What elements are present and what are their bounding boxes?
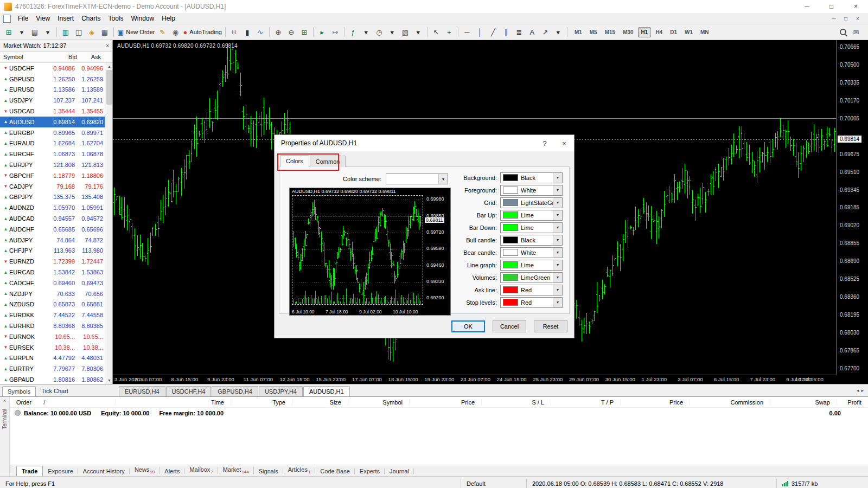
menu-charts[interactable]: Charts: [78, 14, 104, 23]
market-watch-row-eurnzd[interactable]: ▼EURNZD1.723991.72447: [0, 256, 105, 267]
auto-scroll-button[interactable]: ▸: [316, 26, 329, 38]
market-watch-row-audcad[interactable]: ▲AUDCAD0.945570.94572: [0, 213, 105, 224]
terminal-toggle-button[interactable]: ▦: [98, 26, 111, 38]
chart-shift-button[interactable]: ↦: [329, 26, 342, 38]
setting-select-red[interactable]: Red▾: [500, 297, 563, 308]
terminal-tab-exposure[interactable]: Exposure: [43, 466, 78, 476]
horizontal-line-button[interactable]: ─: [461, 26, 474, 38]
periods-dropdown-button[interactable]: ▾: [386, 26, 399, 38]
market-watch-row-eurchf[interactable]: ▲EURCHF1.068731.06878: [0, 149, 105, 159]
market-watch-toggle-button[interactable]: ▥: [59, 26, 72, 38]
indicators-dropdown-button[interactable]: ▾: [360, 26, 373, 38]
text-label-button[interactable]: A: [526, 26, 539, 38]
setting-select-lime[interactable]: Lime▾: [500, 260, 563, 271]
market-watch-row-eurpln[interactable]: ▲EURPLN4.477924.48031: [0, 353, 105, 364]
market-watch-row-cadjpy[interactable]: ▼CADJPY79.16879.176: [0, 181, 105, 192]
market-watch-row-gbpusd[interactable]: ▲GBPUSD1.262501.26259: [0, 74, 105, 85]
zoom-in-button[interactable]: ⊕: [272, 26, 285, 38]
terminal-tab-news[interactable]: News99: [130, 465, 159, 476]
terminal-column-s-l[interactable]: S / L: [482, 399, 551, 406]
tab-colors[interactable]: Colors: [280, 155, 309, 167]
chevron-down-icon[interactable]: ▾: [553, 198, 562, 208]
periods-button[interactable]: ◷: [373, 26, 386, 38]
menu-file[interactable]: File: [14, 14, 32, 23]
child-minimize-button[interactable]: ─: [828, 16, 840, 22]
navigator-button[interactable]: ◈: [85, 26, 98, 38]
chevron-down-icon[interactable]: ▾: [553, 185, 562, 195]
column-symbol[interactable]: Symbol: [0, 54, 46, 60]
chart-bars-button[interactable]: |||: [228, 26, 241, 38]
setting-select-black[interactable]: Black▾: [500, 172, 563, 183]
timeframe-h4[interactable]: H4: [652, 27, 666, 37]
menu-insert[interactable]: Insert: [54, 14, 78, 23]
terminal-tab-experts[interactable]: Experts: [355, 466, 385, 476]
strategy-tester-button[interactable]: ◉: [169, 26, 182, 38]
vertical-line-button[interactable]: │: [474, 26, 487, 38]
scroll-up-icon[interactable]: ▲: [107, 63, 111, 70]
market-watch-close-icon[interactable]: ×: [106, 43, 109, 49]
ok-button[interactable]: OK: [451, 320, 485, 332]
column-bid[interactable]: Bid: [46, 54, 77, 60]
dialog-title-bar[interactable]: Properties of AUDUSD,H1 ? ×: [275, 135, 574, 151]
chevron-down-icon[interactable]: ▾: [553, 273, 562, 282]
market-watch-row-eursek[interactable]: ▼EURSEK10.38...10.38...: [0, 342, 105, 353]
chevron-down-icon[interactable]: ▾: [553, 285, 562, 295]
quick-search-button[interactable]: [837, 26, 850, 38]
market-watch-row-gbpjpy[interactable]: ▲GBPJPY135.375135.408: [0, 192, 105, 203]
timeframe-d1[interactable]: D1: [667, 27, 680, 37]
dialog-help-button[interactable]: ?: [535, 135, 554, 151]
market-watch-row-eurdkk[interactable]: ▲EURDKK7.445227.44558: [0, 310, 105, 320]
chevron-down-icon[interactable]: ▾: [553, 223, 562, 233]
arrows-tool-button[interactable]: ↗: [539, 26, 552, 38]
chevron-down-icon[interactable]: ▾: [553, 210, 562, 220]
tab-common[interactable]: Common: [310, 156, 346, 167]
menu-help[interactable]: Help: [158, 14, 179, 23]
timeframe-h1[interactable]: H1: [638, 27, 652, 37]
chart-tab-usdchf-h4[interactable]: USDCHF,H4: [166, 386, 212, 396]
chevron-down-icon[interactable]: ▾: [553, 173, 562, 183]
child-close-button[interactable]: ×: [852, 16, 864, 22]
dialog-close-button[interactable]: ×: [554, 135, 574, 151]
chevron-down-icon[interactable]: ▾: [553, 248, 562, 258]
new-order-button[interactable]: ▣New Order: [116, 26, 156, 38]
terminal-tab-journal[interactable]: Journal: [385, 466, 414, 476]
crosshair-button[interactable]: +: [443, 26, 456, 38]
terminal-close-icon[interactable]: ×: [3, 398, 6, 403]
market-watch-row-audnzd[interactable]: ▲AUDNZD1.059701.05991: [0, 202, 105, 213]
terminal-column-price[interactable]: Price: [410, 399, 482, 406]
column-ask[interactable]: Ask: [77, 54, 103, 60]
terminal-tab-code-base[interactable]: Code Base: [315, 466, 354, 476]
chart-tab-usdjpy-h4[interactable]: USDJPY,H4: [259, 386, 303, 396]
data-window-button[interactable]: ◫: [72, 26, 85, 38]
terminal-column-profit[interactable]: Profit: [837, 399, 868, 406]
terminal-tab-market[interactable]: Market144: [218, 465, 254, 476]
chart-tab-eurusd-h4[interactable]: EURUSD,H4: [119, 386, 165, 396]
market-watch-row-euraud[interactable]: ▲EURAUD1.626841.62704: [0, 138, 105, 149]
market-watch-row-eurnok[interactable]: ▼EURNOK10.65...10.65...: [0, 331, 105, 342]
market-watch-row-audchf[interactable]: ▲AUDCHF0.656850.65696: [0, 224, 105, 235]
setting-select-lime[interactable]: Lime▾: [500, 222, 563, 233]
setting-select-white[interactable]: White▾: [500, 247, 563, 258]
market-watch-row-chfjpy[interactable]: ▲CHFJPY113.963113.980: [0, 246, 105, 256]
setting-select-red[interactable]: Red▾: [500, 285, 563, 296]
market-watch-row-eurgbp[interactable]: ▲EURGBP0.899650.89971: [0, 127, 105, 138]
market-watch-row-usdjpy[interactable]: ▲USDJPY107.237107.241: [0, 95, 105, 106]
chart-line-button[interactable]: ∿: [254, 26, 267, 38]
scrollbar-thumb[interactable]: [106, 70, 112, 105]
chart-tab-gbpusd-h4[interactable]: GBPUSD,H4: [212, 386, 258, 396]
market-watch-row-eurjpy[interactable]: ▲EURJPY121.808121.813: [0, 159, 105, 170]
terminal-column-swap[interactable]: Swap: [770, 399, 837, 406]
terminal-tab-alerts[interactable]: Alerts: [159, 466, 184, 476]
setting-select-lightslategray[interactable]: LightSlateGray▾: [500, 197, 563, 208]
maximize-button[interactable]: □: [819, 0, 844, 13]
terminal-column-symbol[interactable]: Symbol: [348, 399, 410, 406]
timeframe-w1[interactable]: W1: [681, 27, 696, 37]
market-watch-row-eurtry[interactable]: ▲EURTRY7.796777.80306: [0, 363, 105, 374]
autotrading-button[interactable]: ●AutoTrading: [182, 26, 222, 38]
templates-dropdown-button[interactable]: ▾: [412, 26, 425, 38]
terminal-column-order[interactable]: Order/: [10, 399, 116, 406]
terminal-tab-signals[interactable]: Signals: [254, 466, 283, 476]
terminal-tab-mailbox[interactable]: Mailbox7: [184, 465, 218, 476]
setting-select-black[interactable]: Black▾: [500, 235, 563, 246]
chevron-down-icon[interactable]: ▾: [553, 260, 562, 270]
